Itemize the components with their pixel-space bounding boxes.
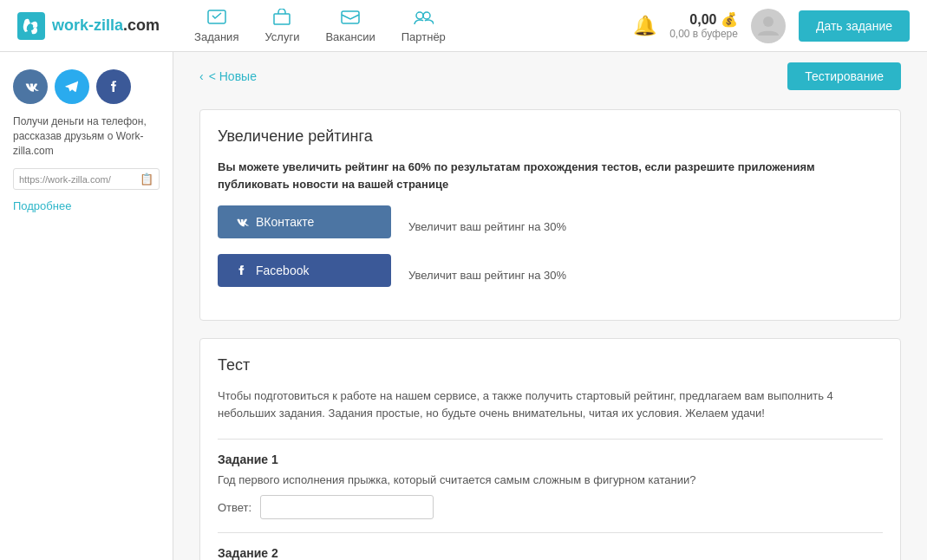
nav-vacancies-label: Вакансии bbox=[325, 30, 375, 43]
nav-partner-label: Партнёр bbox=[401, 30, 446, 43]
fb-rating-desc: Увеличит ваш рейтинг на 30% bbox=[408, 269, 566, 282]
task-1-question: Год первого исполнения прыжка, который с… bbox=[218, 473, 883, 486]
test-title: Тест bbox=[218, 356, 883, 374]
logo-text: work-zilla.com bbox=[52, 16, 160, 35]
svg-point-4 bbox=[423, 12, 430, 19]
header-right: 🔔 0,00 💰 0,00 в буфере Дать задание bbox=[633, 9, 910, 43]
logo-icon bbox=[17, 12, 45, 40]
vk-share-icon[interactable] bbox=[13, 69, 48, 104]
task-1-title: Задание 1 bbox=[218, 453, 883, 466]
task-1-block: Задание 1 Год первого исполнения прыжка,… bbox=[218, 439, 883, 519]
facebook-button[interactable]: Facebook bbox=[218, 254, 391, 287]
task-1-answer-input[interactable] bbox=[260, 495, 434, 519]
sidebar-promo-text: Получи деньги на телефон, рассказав друз… bbox=[13, 114, 160, 158]
test-intro: Чтобы подготовиться к работе на нашем се… bbox=[218, 387, 883, 421]
test-section: Тест Чтобы подготовиться к работе на наш… bbox=[199, 338, 901, 560]
svg-point-3 bbox=[416, 12, 423, 19]
vkontakte-button[interactable]: ВКонтакте bbox=[218, 205, 391, 238]
tasks-icon bbox=[206, 9, 227, 30]
balance-coin-icon: 💰 bbox=[721, 12, 738, 27]
task-1-answer-label: Ответ: bbox=[218, 501, 251, 514]
facebook-label: Facebook bbox=[256, 264, 309, 277]
nav-partner[interactable]: Партнёр bbox=[401, 9, 446, 43]
header: work-zilla.com Задания Услуги Вакансии П… bbox=[0, 0, 927, 52]
services-icon bbox=[271, 9, 292, 30]
back-button[interactable]: ‹ < Новые bbox=[199, 69, 257, 83]
nav-services-label: Услуги bbox=[264, 30, 299, 43]
social-share-icons bbox=[13, 69, 160, 104]
rating-title: Увеличение рейтинга bbox=[218, 127, 883, 146]
svg-point-5 bbox=[763, 16, 774, 27]
nav-vacancies[interactable]: Вакансии bbox=[325, 9, 375, 43]
fb-rating-row: Facebook Увеличит ваш рейтинг на 30% bbox=[218, 254, 883, 296]
sidebar: Получи деньги на телефон, рассказав друз… bbox=[0, 52, 173, 560]
svg-rect-2 bbox=[342, 11, 359, 23]
svg-rect-1 bbox=[274, 14, 290, 24]
testing-tab[interactable]: Тестирование bbox=[787, 62, 901, 90]
breadcrumb-bar: ‹ < Новые Тестирование bbox=[199, 52, 901, 101]
task-2-block: Задание 2 Укажите официальный курс обмен… bbox=[218, 532, 883, 560]
avatar[interactable] bbox=[751, 9, 786, 43]
balance-amount: 0,00 💰 bbox=[669, 11, 738, 28]
back-label: < Новые bbox=[209, 69, 257, 83]
copy-icon[interactable]: 📋 bbox=[140, 173, 153, 186]
sidebar-referral-input[interactable]: https://work-zilla.com/ 📋 bbox=[13, 168, 160, 190]
vk-rating-row: ВКонтакте Увеличит ваш рейтинг на 30% bbox=[218, 205, 883, 247]
rating-description: Вы можете увеличить рейтинг на 60% по ре… bbox=[218, 159, 883, 192]
back-arrow-icon: ‹ bbox=[199, 69, 204, 83]
main-content: ‹ < Новые Тестирование Увеличение рейтин… bbox=[173, 52, 927, 560]
page-body: Получи деньги на телефон, рассказав друз… bbox=[0, 52, 927, 560]
give-task-button[interactable]: Дать задание bbox=[799, 10, 910, 42]
balance-buffer: 0,00 в буфере bbox=[669, 28, 738, 40]
telegram-share-icon[interactable] bbox=[55, 69, 89, 104]
vacancies-icon bbox=[340, 9, 361, 30]
main-nav: Задания Услуги Вакансии Партнёр bbox=[194, 9, 633, 43]
vk-rating-desc: Увеличит ваш рейтинг на 30% bbox=[408, 220, 566, 233]
rating-section: Увеличение рейтинга Вы можете увеличить … bbox=[199, 109, 901, 321]
facebook-share-icon[interactable] bbox=[96, 69, 131, 104]
logo: work-zilla.com bbox=[17, 12, 160, 40]
nav-tasks[interactable]: Задания bbox=[194, 9, 238, 43]
partner-icon bbox=[413, 9, 434, 30]
task-2-title: Задание 2 bbox=[218, 546, 883, 560]
referral-url: https://work-zilla.com/ bbox=[19, 174, 140, 185]
vkontakte-label: ВКонтакте bbox=[256, 215, 314, 229]
details-link[interactable]: Подробнее bbox=[13, 199, 71, 212]
nav-services[interactable]: Услуги bbox=[264, 9, 299, 43]
nav-tasks-label: Задания bbox=[194, 30, 238, 43]
balance-display: 0,00 💰 0,00 в буфере bbox=[669, 11, 738, 40]
task-1-answer-row: Ответ: bbox=[218, 495, 883, 519]
notification-bell-icon[interactable]: 🔔 bbox=[633, 15, 656, 37]
